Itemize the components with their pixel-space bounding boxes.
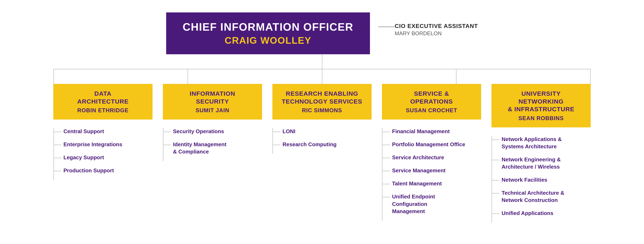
sub-entry-university-networking-4: Unified Applications: [492, 210, 578, 217]
sub-horiz-information-security-1: [164, 145, 171, 145]
cio-title: CHIEF INFORMATION OFFICER: [183, 21, 354, 33]
top-row: CHIEF INFORMATION OFFICER CRAIG WOOLLEY …: [166, 13, 478, 54]
sub-label-data-architecture-3: Production Support: [62, 167, 114, 174]
sub-label-information-security-1: Identity Management & Compliance: [171, 141, 226, 155]
sub-entry-data-architecture-1: Enterprise Integrations: [54, 141, 122, 148]
org-chart: CHIEF INFORMATION OFFICER CRAIG WOOLLEY …: [16, 13, 628, 223]
sub-container-information-security: Security OperationsIdentity Management &…: [163, 124, 262, 161]
branch-connector-5: [590, 69, 591, 84]
sub-horiz-service-operations-1: [382, 145, 390, 145]
sub-entry-service-operations-4: Talent Management: [382, 180, 468, 187]
sub-horiz-data-architecture-2: [54, 158, 62, 158]
sub-label-service-operations-5: Unified Endpoint Configuration Managemen…: [390, 193, 468, 215]
sub-label-service-operations-4: Talent Management: [390, 180, 442, 187]
sub-entry-information-security-1: Identity Management & Compliance: [164, 141, 226, 155]
sub-container-research-enabling: LONIResearch Computing: [272, 124, 372, 154]
sub-label-service-operations-2: Service Architecture: [390, 154, 444, 161]
vert-line-cio: [322, 54, 322, 69]
sub-horiz-service-operations-2: [382, 158, 390, 158]
dept-box-research-enabling: RESEARCH ENABLING TECHNOLOGY SERVICESRIC…: [272, 84, 372, 119]
sub-horiz-university-networking-0: [492, 139, 500, 140]
branch-connectors: [53, 69, 591, 84]
sub-horiz-data-architecture-0: [54, 132, 62, 132]
dept-column-university-networking: UNIVERSITY NETWORKING & INFRASTRUCTURESE…: [492, 84, 591, 223]
sub-horiz-service-operations-4: [382, 184, 390, 184]
sub-label-university-networking-2: Network Facilities: [500, 176, 547, 184]
assistant-text: CIO EXECUTIVE ASSISTANT MARY BORDELON: [395, 23, 478, 37]
sub-list-service-operations: Financial ManagementPortfolio Management…: [382, 128, 468, 221]
sub-entry-service-operations-2: Service Architecture: [382, 154, 468, 161]
dept-name-data-architecture: ROBIN ETHRIDGE: [77, 107, 128, 114]
sub-label-university-networking-3: Technical Architecture & Network Constru…: [500, 189, 578, 204]
sub-label-service-operations-1: Portfolio Management Office: [390, 141, 465, 148]
sub-container-university-networking: Network Applications & Systems Architect…: [492, 132, 591, 223]
sub-list-data-architecture: Central SupportEnterprise IntegrationsLe…: [54, 128, 122, 180]
sub-entry-information-security-0: Security Operations: [164, 128, 226, 135]
sub-list-information-security: Security OperationsIdentity Management &…: [164, 128, 226, 161]
sub-list-university-networking: Network Applications & Systems Architect…: [492, 136, 578, 223]
sub-entry-data-architecture-3: Production Support: [54, 167, 122, 174]
dept-column-information-security: INFORMATION SECURITYSUMIT JAINSecurity O…: [163, 84, 262, 161]
dept-name-service-operations: SUSAN CROCHET: [406, 107, 457, 114]
dept-box-data-architecture: DATA ARCHITECTUREROBIN ETHRIDGE: [53, 84, 152, 119]
dept-box-information-security: INFORMATION SECURITYSUMIT JAIN: [163, 84, 262, 119]
dept-name-university-networking: SEAN ROBBINS: [518, 115, 564, 121]
dept-title-research-enabling: RESEARCH ENABLING TECHNOLOGY SERVICES: [282, 90, 362, 105]
assistant-horiz-line: [378, 27, 395, 27]
branch-connector-2: [188, 69, 188, 84]
dept-column-service-operations: SERVICE & OPERATIONSSUSAN CROCHETFinanci…: [382, 84, 481, 221]
sub-entry-university-networking-2: Network Facilities: [492, 176, 578, 184]
sub-horiz-university-networking-2: [492, 180, 500, 181]
sub-container-service-operations: Financial ManagementPortfolio Management…: [382, 124, 481, 221]
sub-container-data-architecture: Central SupportEnterprise IntegrationsLe…: [53, 124, 152, 180]
dept-title-data-architecture: DATA ARCHITECTURE: [77, 90, 129, 105]
branch-connector-1: [53, 69, 54, 84]
dept-title-information-security: INFORMATION SECURITY: [190, 90, 235, 105]
sub-entry-data-architecture-2: Legacy Support: [54, 154, 122, 161]
sub-horiz-service-operations-3: [382, 171, 390, 171]
sub-horiz-university-networking-4: [492, 213, 500, 214]
sub-horiz-data-architecture-1: [54, 145, 62, 145]
branch-connector-3: [322, 69, 322, 84]
sub-list-research-enabling: LONIResearch Computing: [273, 128, 337, 154]
cio-name: CRAIG WOOLLEY: [183, 35, 354, 46]
sub-label-service-operations-3: Service Management: [390, 167, 446, 174]
assistant-name: MARY BORDELON: [395, 30, 478, 37]
sub-entry-research-enabling-0: LONI: [273, 128, 337, 135]
sub-horiz-research-enabling-1: [273, 145, 280, 145]
sub-label-data-architecture-2: Legacy Support: [62, 154, 104, 161]
sub-horiz-data-architecture-3: [54, 171, 62, 171]
departments-row: DATA ARCHITECTUREROBIN ETHRIDGECentral S…: [53, 84, 591, 223]
sub-label-university-networking-0: Network Applications & Systems Architect…: [500, 136, 578, 150]
sub-label-research-enabling-0: LONI: [280, 128, 295, 135]
dept-column-data-architecture: DATA ARCHITECTUREROBIN ETHRIDGECentral S…: [53, 84, 152, 180]
connector-area: [16, 54, 628, 84]
sub-horiz-information-security-0: [164, 132, 171, 132]
cio-box: CHIEF INFORMATION OFFICER CRAIG WOOLLEY: [166, 13, 370, 54]
dept-name-information-security: SUMIT JAIN: [196, 107, 229, 114]
dept-title-university-networking: UNIVERSITY NETWORKING & INFRASTRUCTURE: [498, 90, 584, 113]
sub-horiz-university-networking-3: [492, 193, 500, 194]
dept-column-research-enabling: RESEARCH ENABLING TECHNOLOGY SERVICESRIC…: [272, 84, 372, 154]
sub-entry-university-networking-3: Technical Architecture & Network Constru…: [492, 189, 578, 204]
sub-entry-service-operations-1: Portfolio Management Office: [382, 141, 468, 148]
assistant-title: CIO EXECUTIVE ASSISTANT: [395, 23, 478, 29]
sub-horiz-service-operations-0: [382, 132, 390, 132]
sub-label-university-networking-1: Network Engineering & Architecture / Wir…: [500, 156, 578, 170]
sub-label-data-architecture-1: Enterprise Integrations: [62, 141, 122, 148]
sub-label-data-architecture-0: Central Support: [62, 128, 104, 135]
sub-entry-research-enabling-1: Research Computing: [273, 141, 337, 148]
sub-entry-data-architecture-0: Central Support: [54, 128, 122, 135]
sub-entry-university-networking-0: Network Applications & Systems Architect…: [492, 136, 578, 150]
sub-entry-service-operations-0: Financial Management: [382, 128, 468, 135]
sub-entry-university-networking-1: Network Engineering & Architecture / Wir…: [492, 156, 578, 170]
assistant-line-container: CIO EXECUTIVE ASSISTANT MARY BORDELON: [378, 23, 478, 37]
sub-entry-service-operations-5: Unified Endpoint Configuration Managemen…: [382, 193, 468, 215]
sub-label-service-operations-0: Financial Management: [390, 128, 450, 135]
sub-horiz-research-enabling-0: [273, 132, 280, 132]
dept-box-university-networking: UNIVERSITY NETWORKING & INFRASTRUCTURESE…: [492, 84, 591, 127]
sub-horiz-service-operations-5: [382, 197, 390, 197]
dept-name-research-enabling: RIC SIMMONS: [302, 107, 342, 114]
branch-connector-4: [456, 69, 456, 84]
sub-label-research-enabling-1: Research Computing: [280, 141, 337, 148]
